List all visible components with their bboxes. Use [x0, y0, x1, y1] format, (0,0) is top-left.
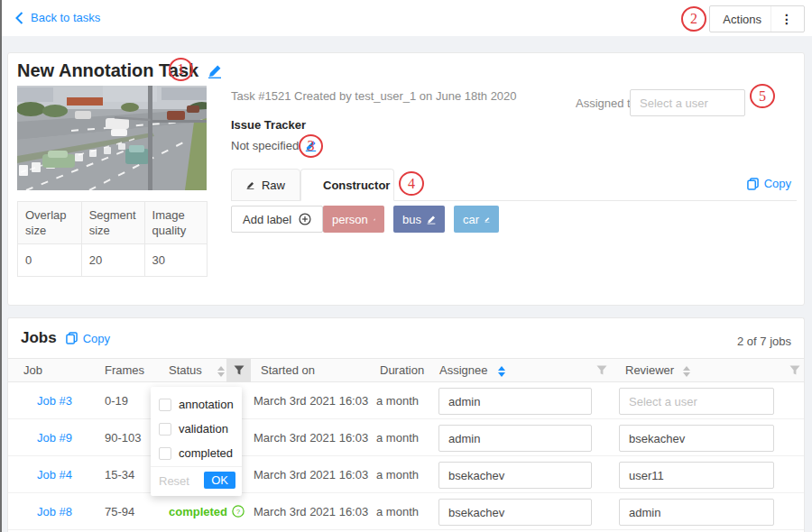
- reviewer-filter-icon[interactable]: [789, 365, 800, 376]
- label-chip-bus[interactable]: bus: [393, 206, 445, 233]
- status-question-circle-icon[interactable]: ?: [232, 505, 245, 518]
- jobs-card: Jobs Copy 2 of 7 jobs Job Frames Status …: [7, 317, 805, 532]
- label-chip-car-name: car: [463, 213, 479, 226]
- button-divider: [770, 6, 771, 32]
- copy-icon: [66, 332, 78, 344]
- annotation-number: 1: [178, 61, 185, 78]
- assigned-to-label: Assigned to: [576, 96, 637, 110]
- task-parameters-table: Overlap size Segment size Image quality …: [17, 201, 208, 277]
- status-filter-cell[interactable]: [226, 359, 251, 382]
- window-edge: [0, 0, 2, 532]
- issue-tracker-label: Issue Tracker: [231, 118, 306, 132]
- job-link[interactable]: Job #4: [37, 468, 72, 482]
- col-assignee: Assignee: [439, 359, 487, 382]
- filter-reset-button[interactable]: Reset: [159, 474, 189, 488]
- jobs-count: 2 of 7 jobs: [737, 335, 791, 348]
- edit-label-icon[interactable]: [374, 215, 375, 225]
- assignee-input[interactable]: [438, 462, 592, 489]
- filter-ok-button[interactable]: OK: [204, 472, 235, 489]
- add-label-text: Add label: [243, 213, 291, 226]
- annotation-circle-1: 1: [169, 58, 193, 81]
- checkbox[interactable]: [159, 447, 171, 460]
- job-link[interactable]: Job #8: [37, 505, 72, 518]
- pencil-icon: [246, 179, 254, 191]
- assignee-filter-icon[interactable]: [596, 365, 607, 376]
- annotation-circle-5: 5: [750, 84, 775, 108]
- assignee-input[interactable]: [438, 499, 592, 526]
- edit-label-icon[interactable]: [427, 215, 436, 225]
- annotation-circle-2: 2: [681, 6, 706, 32]
- jobs-copy-label: Copy: [83, 332, 110, 345]
- jobs-title: Jobs: [21, 329, 57, 347]
- label-chip-bus-name: bus: [402, 213, 421, 226]
- assignee-input[interactable]: [438, 425, 592, 452]
- filter-option-label: validation: [179, 422, 228, 436]
- assignee-input[interactable]: [438, 388, 592, 415]
- edit-label-icon[interactable]: [484, 215, 490, 225]
- col-started: Started on: [261, 359, 315, 382]
- svg-text:?: ?: [236, 508, 241, 516]
- add-label-button[interactable]: Add label: [231, 206, 323, 233]
- plus-circle-icon: [299, 213, 311, 225]
- tab-constructor-label: Constructor: [323, 179, 390, 192]
- assignee-sorter[interactable]: [498, 366, 505, 377]
- jobs-table-header: Job Frames Status Started on Duration As…: [8, 358, 804, 382]
- param-header-overlap: Overlap size: [18, 202, 82, 244]
- task-preview-thumbnail: [17, 86, 207, 190]
- cvat-task-page: { "topbar": { "back": "Back to tasks", "…: [0, 0, 812, 532]
- actions-button[interactable]: Actions ⋮: [709, 5, 805, 32]
- col-duration: Duration: [380, 359, 424, 382]
- job-link[interactable]: Job #3: [37, 394, 72, 408]
- issue-tracker-value: Not specified: [231, 139, 299, 152]
- back-to-tasks-label: Back to tasks: [31, 11, 100, 24]
- tab-constructor[interactable]: Constructor: [300, 169, 394, 201]
- col-status: Status: [169, 359, 202, 382]
- assigned-to-select[interactable]: [630, 89, 745, 116]
- back-to-tasks-link[interactable]: Back to tasks: [15, 11, 100, 24]
- labels-copy-button[interactable]: Copy: [747, 177, 791, 190]
- reviewer-input[interactable]: [619, 425, 774, 452]
- annotation-number: 2: [690, 11, 697, 27]
- filter-option-annotation[interactable]: annotation: [159, 398, 234, 411]
- filter-option-label: completed: [179, 446, 233, 460]
- job-row: Job #4 15-34 March 3rd 2021 16:03 a mont…: [8, 456, 804, 493]
- col-job: Job: [23, 359, 42, 382]
- job-duration: a month: [376, 431, 419, 445]
- job-started: March 3rd 2021 16:03: [254, 394, 368, 408]
- task-meta-text: Task #1521 Created by test_user_1 on Jun…: [231, 89, 517, 103]
- param-header-segment: Segment size: [81, 202, 144, 244]
- labels-copy-label: Copy: [764, 177, 791, 190]
- filter-option-validation[interactable]: validation: [159, 422, 228, 436]
- chevron-left-icon: [15, 12, 23, 24]
- label-chip-person[interactable]: person: [323, 206, 384, 233]
- jobs-copy-button[interactable]: Copy: [66, 332, 110, 345]
- tab-raw-label: Raw: [262, 179, 285, 192]
- job-duration: a month: [376, 505, 419, 518]
- param-value-overlap: 0: [18, 244, 82, 277]
- col-frames: Frames: [105, 359, 144, 382]
- job-frames: 90-103: [105, 431, 141, 445]
- reviewer-sorter[interactable]: [683, 366, 690, 377]
- label-chip-car[interactable]: car: [454, 206, 499, 233]
- annotation-circle-3: 3: [299, 134, 323, 158]
- job-started: March 3rd 2021 16:03: [254, 505, 368, 518]
- street-scene-image: [17, 86, 207, 190]
- reviewer-input[interactable]: [619, 499, 774, 526]
- checkbox[interactable]: [159, 399, 171, 411]
- reviewer-input[interactable]: [619, 462, 774, 489]
- job-frames: 0-19: [105, 394, 128, 408]
- job-duration: a month: [376, 468, 419, 482]
- label-chip-person-name: person: [332, 213, 368, 226]
- filter-funnel-icon[interactable]: [234, 365, 245, 376]
- param-header-quality: Image quality: [144, 202, 207, 244]
- status-sorter[interactable]: [217, 366, 225, 377]
- checkbox[interactable]: [159, 423, 171, 436]
- annotation-number: 5: [759, 88, 766, 105]
- job-row: Job #8 75-94 completed ? March 3rd 2021 …: [8, 493, 804, 530]
- tab-raw[interactable]: Raw: [231, 169, 300, 201]
- job-link[interactable]: Job #9: [37, 431, 72, 445]
- filter-option-completed[interactable]: completed: [159, 446, 233, 460]
- reviewer-input[interactable]: [619, 388, 774, 415]
- edit-title-icon[interactable]: [208, 64, 222, 78]
- job-duration: a month: [376, 394, 419, 408]
